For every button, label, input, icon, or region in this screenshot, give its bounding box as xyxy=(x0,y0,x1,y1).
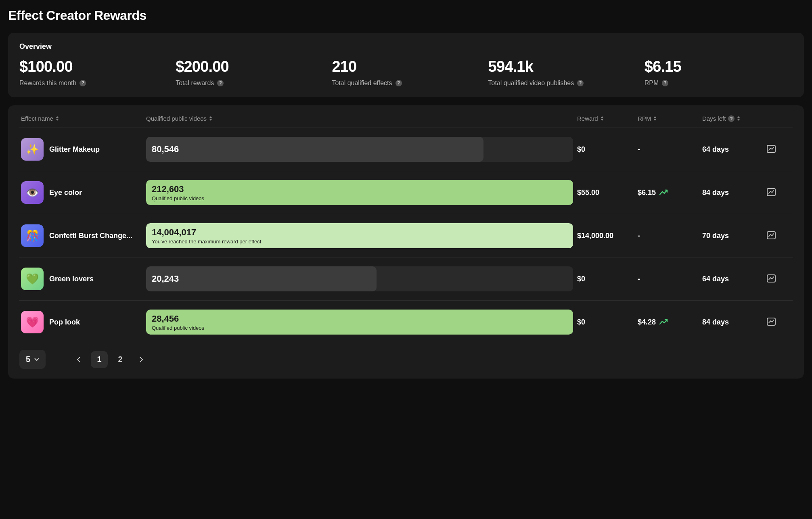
overview-stat: $200.00 Total rewards ? xyxy=(176,58,324,88)
page-size-select[interactable]: 5 xyxy=(19,350,46,369)
next-page-button[interactable] xyxy=(133,351,150,368)
overview-stat: 210 Total qualified effects ? xyxy=(332,58,480,88)
table-header: Effect name Qualified public videos Rewa… xyxy=(19,115,793,128)
chart-icon xyxy=(767,145,776,153)
days-left-value: 64 days xyxy=(702,145,763,154)
stat-label: Rewards this month ? xyxy=(19,79,167,88)
videos-progress: 14,004,017 You've reached the maximum re… xyxy=(146,223,573,248)
table-row: 👁️ Eye color 212,603 Qualified public vi… xyxy=(19,171,793,214)
effect-name: Green lovers xyxy=(49,275,94,283)
analytics-button[interactable] xyxy=(767,274,791,284)
column-reward[interactable]: Reward xyxy=(577,115,634,122)
videos-progress: 28,456 Qualified public videos xyxy=(146,310,573,335)
effect-name: Eye color xyxy=(49,188,82,197)
help-icon[interactable]: ? xyxy=(577,80,584,86)
rpm-value: $4.28 xyxy=(638,318,698,326)
stat-value: $100.00 xyxy=(19,58,167,75)
videos-value: 28,456 xyxy=(152,314,567,324)
rpm-value: - xyxy=(638,275,698,283)
table-row: 💚 Green lovers 20,243 $0 - 64 days xyxy=(19,257,793,301)
chart-icon xyxy=(767,231,776,239)
effect-thumbnail: 💚 xyxy=(21,268,44,290)
column-label: RPM xyxy=(638,115,651,122)
stat-value: $6.15 xyxy=(645,58,793,75)
effect-thumbnail: 🎊 xyxy=(21,224,44,247)
chart-icon xyxy=(767,188,776,196)
column-qualified-videos[interactable]: Qualified public videos xyxy=(146,115,573,122)
column-label: Effect name xyxy=(21,115,53,122)
trend-up-icon xyxy=(659,189,668,196)
chart-icon xyxy=(767,274,776,283)
stat-label: Total qualified video publishes ? xyxy=(488,79,636,88)
effect-cell: 💗 Pop look xyxy=(21,311,142,333)
help-icon[interactable]: ? xyxy=(217,80,224,86)
videos-progress: 212,603 Qualified public videos xyxy=(146,180,573,205)
sort-icon xyxy=(653,116,657,121)
analytics-button[interactable] xyxy=(767,231,791,241)
reward-value: $55.00 xyxy=(577,188,634,197)
sort-icon xyxy=(601,116,604,121)
videos-value: 20,243 xyxy=(152,274,567,284)
progress-subtext: You've reached the maximum reward per ef… xyxy=(152,239,567,245)
table-row: 🎊 Confetti Burst Change... 14,004,017 Yo… xyxy=(19,214,793,257)
progress-subtext: Qualified public videos xyxy=(152,195,567,201)
analytics-button[interactable] xyxy=(767,318,791,327)
effect-thumbnail: ✨ xyxy=(21,138,44,161)
effect-cell: 👁️ Eye color xyxy=(21,181,142,204)
help-icon[interactable]: ? xyxy=(80,80,86,86)
videos-progress: 20,243 xyxy=(146,266,573,291)
effect-name: Pop look xyxy=(49,318,80,326)
overview-stat: $6.15 RPM ? xyxy=(645,58,793,88)
progress-subtext: Qualified public videos xyxy=(152,325,567,331)
sort-icon xyxy=(737,116,740,121)
column-effect-name[interactable]: Effect name xyxy=(21,115,142,122)
sort-icon xyxy=(56,116,59,121)
overview-stat: 594.1k Total qualified video publishes ? xyxy=(488,58,636,88)
effect-name: Glitter Makeup xyxy=(49,145,100,154)
page-title: Effect Creator Rewards xyxy=(8,8,804,23)
page-size-value: 5 xyxy=(26,355,30,364)
column-rpm[interactable]: RPM xyxy=(638,115,698,122)
videos-value: 212,603 xyxy=(152,184,567,195)
overview-card: Overview $100.00 Rewards this month ? $2… xyxy=(8,33,804,97)
chevron-down-icon xyxy=(34,358,39,361)
sort-icon xyxy=(209,116,212,121)
stat-value: 210 xyxy=(332,58,480,75)
chart-icon xyxy=(767,318,776,326)
stat-label: Total rewards ? xyxy=(176,79,324,88)
column-days-left[interactable]: Days left ? xyxy=(702,115,763,122)
days-left-value: 70 days xyxy=(702,232,763,240)
effect-cell: ✨ Glitter Makeup xyxy=(21,138,142,161)
chevron-left-icon xyxy=(77,357,80,362)
help-icon[interactable]: ? xyxy=(728,115,735,122)
reward-value: $14,000.00 xyxy=(577,232,634,240)
analytics-button[interactable] xyxy=(767,188,791,197)
analytics-button[interactable] xyxy=(767,145,791,154)
prev-page-button[interactable] xyxy=(70,351,87,368)
page-number-button[interactable]: 2 xyxy=(112,351,129,368)
table-row: 💗 Pop look 28,456 Qualified public video… xyxy=(19,301,793,343)
videos-value: 14,004,017 xyxy=(152,227,567,238)
rpm-value: - xyxy=(638,232,698,240)
column-label: Days left xyxy=(702,115,726,122)
column-label: Reward xyxy=(577,115,598,122)
effect-cell: 💚 Green lovers xyxy=(21,268,142,290)
stat-label: RPM ? xyxy=(645,79,793,88)
column-label: Qualified public videos xyxy=(146,115,207,122)
overview-title: Overview xyxy=(19,42,793,51)
reward-value: $0 xyxy=(577,318,634,326)
trend-up-icon xyxy=(659,319,668,325)
reward-value: $0 xyxy=(577,145,634,154)
help-icon[interactable]: ? xyxy=(662,80,668,86)
chevron-right-icon xyxy=(140,357,143,362)
stat-label: Total qualified effects ? xyxy=(332,79,480,88)
effects-table-card: Effect name Qualified public videos Rewa… xyxy=(8,105,804,379)
stat-value: $200.00 xyxy=(176,58,324,75)
effect-name: Confetti Burst Change... xyxy=(49,232,132,240)
help-icon[interactable]: ? xyxy=(396,80,402,86)
days-left-value: 84 days xyxy=(702,188,763,197)
pagination: 5 12 xyxy=(19,350,793,369)
page-number-button[interactable]: 1 xyxy=(91,351,108,368)
table-row: ✨ Glitter Makeup 80,546 $0 - 64 days xyxy=(19,128,793,171)
stat-value: 594.1k xyxy=(488,58,636,75)
